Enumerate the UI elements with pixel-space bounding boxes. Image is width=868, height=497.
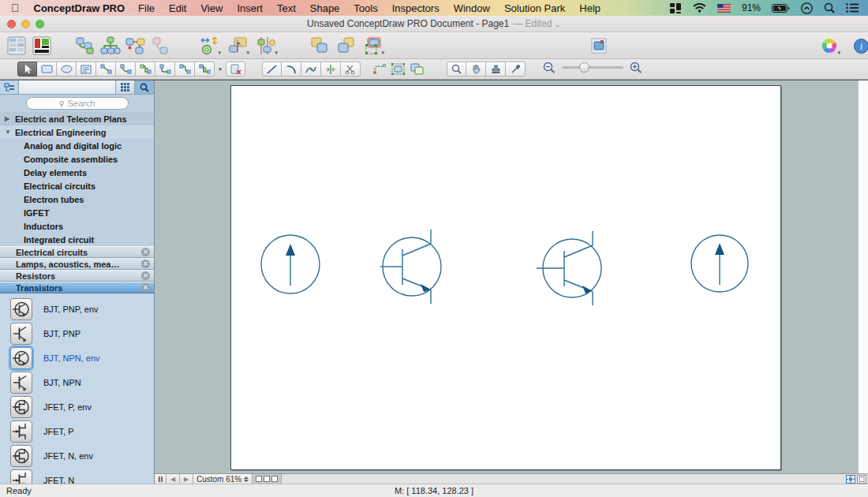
library-item-jfet-n[interactable]: JFET, N <box>0 468 154 484</box>
zoom-slider-track[interactable] <box>562 66 623 69</box>
bjt-icon[interactable] <box>10 372 32 394</box>
page-tab-3[interactable] <box>271 476 278 482</box>
info-inspector-icon[interactable]: i <box>851 36 868 56</box>
spotlight-search-icon[interactable] <box>824 2 835 13</box>
zoom-level-dropdown[interactable]: Custom 61% <box>193 474 253 484</box>
menu-app-name[interactable]: ConceptDraw PRO <box>34 2 125 14</box>
chain-connection-icon[interactable] <box>125 36 146 56</box>
close-window-button[interactable] <box>7 20 16 28</box>
tree-child-inductors[interactable]: Inductors <box>0 219 154 233</box>
tree-connect-icon[interactable] <box>100 36 121 56</box>
curve-tool-button[interactable] <box>301 62 321 77</box>
tree-item-electrical-engineering[interactable]: ▼Electrical Engineering <box>0 125 154 139</box>
library-item-jfet-p-env[interactable]: JFET, P, env <box>0 394 154 419</box>
menu-shape[interactable]: Shape <box>303 2 347 14</box>
grid-view-button[interactable] <box>116 80 135 94</box>
zoom-stepper-icon[interactable] <box>244 476 249 482</box>
arc-tool-button[interactable] <box>282 62 301 77</box>
panel-header-transistors[interactable]: Transistors✕ <box>0 282 154 293</box>
menu-solution-park[interactable]: Solution Park <box>497 2 572 14</box>
tree-child-composite-assemblies[interactable]: Composite assemblies <box>0 152 154 166</box>
panel-close-icon[interactable]: ✕ <box>141 248 150 256</box>
tree-child-analog-and-digital-logic[interactable]: Analog and digital logic <box>0 139 154 152</box>
fit-page-icon[interactable] <box>857 475 866 484</box>
wifi-icon[interactable] <box>693 3 706 13</box>
connect-shapes-icon[interactable] <box>75 36 95 56</box>
edit-shape-icon[interactable] <box>390 62 406 77</box>
us-flag-icon[interactable] <box>717 4 731 13</box>
prev-page-button[interactable]: ◀ <box>166 474 180 484</box>
zoom-out-icon[interactable] <box>543 62 556 73</box>
jfet-env-icon[interactable] <box>10 396 32 418</box>
menu-insert[interactable]: Insert <box>230 2 270 14</box>
color-wheel-icon[interactable]: ▾ <box>819 36 840 56</box>
text-tool-button[interactable] <box>77 62 96 77</box>
bring-forward-icon[interactable] <box>309 36 330 56</box>
pointer-tool-button[interactable] <box>17 62 37 77</box>
bjt-env-icon[interactable] <box>10 347 32 369</box>
menu-tools[interactable]: Tools <box>346 2 384 14</box>
zoom-slider-knob[interactable] <box>579 62 589 73</box>
panel-close-icon[interactable]: ✕ <box>141 260 150 268</box>
horizontal-scrollbar[interactable] <box>282 474 846 484</box>
libraries-panel-icon[interactable] <box>6 36 27 56</box>
distribute-shapes-icon[interactable]: ▾ <box>256 36 277 56</box>
tree-child-integrated-circuit[interactable]: Integrated circuit <box>0 233 154 246</box>
zoom-in-icon[interactable] <box>630 62 642 73</box>
round-connector-tool-button[interactable] <box>175 62 195 77</box>
jfet-icon[interactable] <box>10 420 32 443</box>
combine-shapes-icon[interactable] <box>409 62 425 77</box>
library-item-bjt-pnp[interactable]: BJT, PNP <box>0 321 154 346</box>
bjt-icon[interactable] <box>10 323 32 345</box>
page-setup-icon[interactable] <box>589 36 609 56</box>
library-item-bjt-npn-env[interactable]: BJT, NPN, env <box>0 346 154 370</box>
disconnect-tool-button[interactable] <box>226 62 245 77</box>
canvas-background[interactable] <box>155 80 858 473</box>
library-item-jfet-n-env[interactable]: JFET, N, env <box>0 443 154 468</box>
menu-edit[interactable]: Edit <box>162 2 193 14</box>
shape-bjt-npn-env-1[interactable] <box>380 230 441 304</box>
library-item-bjt-npn[interactable]: BJT, NPN <box>0 370 154 394</box>
pan-navigator-icon[interactable] <box>846 475 855 484</box>
direct-connector-tool-button[interactable] <box>96 62 116 77</box>
zoom-tool-button[interactable] <box>447 62 466 77</box>
sidebar-spacer-button[interactable] <box>19 80 116 94</box>
input-source-icon[interactable] <box>670 3 682 13</box>
library-item-bjt-pnp-env[interactable]: BJT, PNP, env <box>0 297 154 321</box>
tree-view-button[interactable] <box>0 80 19 94</box>
tree-child-delay-elements[interactable]: Delay elements <box>0 166 154 179</box>
disclosure-collapsed-icon[interactable]: ▶ <box>5 115 11 122</box>
shape-circle-arrow-2[interactable] <box>691 235 748 292</box>
panel-close-icon[interactable]: ✕ <box>141 271 150 280</box>
panel-header-resistors[interactable]: Resistors✕ <box>0 270 154 282</box>
bjt-env-icon[interactable] <box>10 298 32 320</box>
menu-view[interactable]: View <box>193 2 230 14</box>
next-page-button[interactable]: ▶ <box>180 474 193 484</box>
tree-child-igfet[interactable]: IGFET <box>0 206 154 219</box>
insert-image-icon[interactable]: ▾ <box>228 36 249 56</box>
scissors-tool-button[interactable] <box>341 62 361 77</box>
library-item-jfet-p[interactable]: JFET, P <box>0 419 154 443</box>
panel-header-lamps-acoustics-mea-[interactable]: Lamps, acoustics, mea…✕ <box>0 258 154 270</box>
connector-tools-overflow-caret[interactable]: ▾ <box>216 62 224 77</box>
menu-inspectors[interactable]: Inspectors <box>385 2 447 14</box>
shape-circle-arrow-1[interactable] <box>261 235 320 293</box>
send-backward-icon[interactable] <box>336 36 357 56</box>
notification-list-icon[interactable] <box>846 3 859 13</box>
search-input[interactable]: ⚲ Search <box>26 97 129 110</box>
chain-connector-tool-button[interactable] <box>195 62 215 77</box>
bezier-connector-tool-button[interactable] <box>155 62 175 77</box>
sidebar-search-button[interactable] <box>135 80 154 94</box>
pause-pages-button[interactable] <box>155 474 166 484</box>
zoom-window-button[interactable] <box>36 20 44 28</box>
menu-text[interactable]: Text <box>270 2 303 14</box>
menu-help[interactable]: Help <box>572 2 608 14</box>
ellipse-tool-button[interactable] <box>57 62 77 77</box>
split-shape-tool-button[interactable] <box>321 62 341 77</box>
title-disclosure-caret-icon[interactable]: ⌄ <box>555 20 561 28</box>
shape-bjt-npn-env-2[interactable] <box>537 231 601 305</box>
line-tool-button[interactable] <box>262 62 282 77</box>
minimize-window-button[interactable] <box>21 20 30 28</box>
resize-behavior-icon[interactable]: ▾ <box>200 36 220 56</box>
jfet-env-icon[interactable] <box>10 445 32 467</box>
